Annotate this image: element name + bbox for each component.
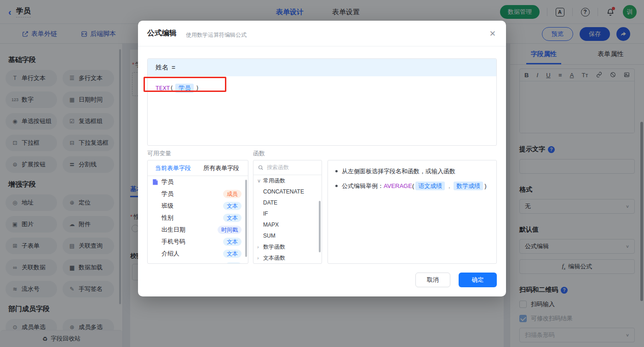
tab-current-form-fields[interactable]: 当前表单字段: [155, 164, 191, 172]
variable-row-clipped[interactable]: [148, 260, 248, 264]
type-badge: 时间戳: [218, 226, 242, 234]
formula-editor-box: 姓名 = TEXT(学员): [147, 58, 497, 146]
example-chip-chinese-score: 语文成绩: [415, 182, 445, 190]
variable-row[interactable]: 出生日期时间戳: [148, 224, 248, 236]
example-open-paren: (: [412, 182, 414, 189]
close-paren: ): [196, 85, 199, 91]
variable-name: 介绍人: [161, 250, 179, 258]
function-group-common[interactable]: ∨常用函数: [253, 175, 322, 186]
variable-root-row[interactable]: 学员: [148, 176, 248, 188]
function-item-if[interactable]: IF: [253, 208, 322, 219]
variable-row[interactable]: 手机号码文本: [148, 236, 248, 248]
formula-target-field: 姓名: [155, 63, 168, 72]
caret-right-icon: ›: [257, 244, 263, 250]
help-tip-1: 从左侧面板选择字段名和函数，或输入函数: [335, 167, 489, 176]
variable-row[interactable]: 介绍人文本: [148, 248, 248, 260]
variables-panel: 当前表单字段 所有表单字段 学员 学员成员 班级文本 性别文本 出生日期时间戳 …: [147, 160, 248, 264]
variable-name: 手机号码: [161, 238, 185, 246]
example-close-paren: ): [484, 182, 486, 189]
field-chip-student[interactable]: 学员: [175, 84, 194, 93]
functions-scrollbar[interactable]: [319, 201, 321, 252]
type-badge: 成员: [223, 190, 242, 198]
functions-panel-label: 函数: [253, 149, 265, 158]
variable-name: 出生日期: [161, 226, 185, 234]
help-panel: 从左侧面板选择字段名和函数，或输入函数 公式编辑举例：AVERAGE(语文成绩，…: [328, 160, 497, 264]
formula-equals: =: [172, 64, 175, 71]
type-badge: 文本: [223, 250, 242, 258]
function-group-label: 常用函数: [263, 177, 285, 185]
formula-editor-modal: 公式编辑 使用数学运算符编辑公式 ✕ 姓名 = TEXT(学员) 可用变量 函数…: [138, 21, 506, 296]
modal-subtitle: 使用数学运算符编辑公式: [186, 31, 247, 39]
variable-name: 性别: [161, 214, 173, 222]
app-window: ‹ 学员 表单设计 表单设置 数据管理 A ? 训 表单外链: [0, 0, 644, 347]
variable-row[interactable]: 学员成员: [148, 188, 248, 200]
caret-right-icon: ›: [257, 255, 263, 261]
variable-row[interactable]: 性别文本: [148, 212, 248, 224]
function-group-text[interactable]: ›文本函数: [253, 252, 322, 263]
type-badge: [226, 262, 242, 264]
variable-row[interactable]: 班级文本: [148, 200, 248, 212]
function-search-input[interactable]: 搜索函数: [267, 164, 289, 171]
cancel-button[interactable]: 取消: [415, 273, 450, 287]
help-tip-2-prefix: 公式编辑举例：: [342, 182, 384, 189]
modal-header-divider: [138, 46, 506, 46]
modal-title: 公式编辑: [147, 28, 177, 38]
type-badge: 文本: [223, 214, 242, 222]
variable-name: 班级: [161, 202, 173, 210]
caret-down-icon: ∨: [257, 178, 263, 184]
search-icon: [258, 165, 264, 171]
type-badge: 文本: [223, 238, 242, 246]
help-tip-2: 公式编辑举例：AVERAGE(语文成绩，数学成绩): [335, 182, 489, 190]
function-group-label: 文本函数: [263, 254, 285, 262]
formula-input-area[interactable]: TEXT(学员): [148, 76, 496, 100]
function-item-date[interactable]: DATE: [253, 197, 322, 208]
example-function-name: AVERAGE: [384, 182, 412, 189]
function-item-mapx[interactable]: MAPX: [253, 219, 322, 230]
form-document-icon: [152, 179, 158, 185]
function-item-concatenate[interactable]: CONCATENATE: [253, 186, 322, 197]
formula-function-name: TEXT: [155, 85, 170, 91]
confirm-button[interactable]: 确定: [459, 273, 497, 287]
open-paren: (: [170, 85, 173, 91]
variables-scrollbar[interactable]: [245, 180, 247, 257]
type-badge: 文本: [223, 202, 242, 210]
variable-root-label: 学员: [161, 178, 173, 186]
example-chip-math-score: 数学成绩: [454, 182, 483, 190]
function-item-sum[interactable]: SUM: [253, 230, 322, 241]
tab-all-form-fields[interactable]: 所有表单字段: [203, 164, 239, 172]
function-group-math[interactable]: ›数学函数: [253, 241, 322, 252]
function-group-label: 数学函数: [263, 243, 285, 251]
functions-panel: 搜索函数 ∨常用函数 CONCATENATE DATE IF MAPX SUM …: [253, 160, 322, 264]
close-icon[interactable]: ✕: [489, 29, 496, 39]
variables-panel-label: 可用变量: [147, 149, 171, 158]
example-comma: ，: [446, 182, 452, 189]
variable-name: 学员: [161, 190, 173, 198]
